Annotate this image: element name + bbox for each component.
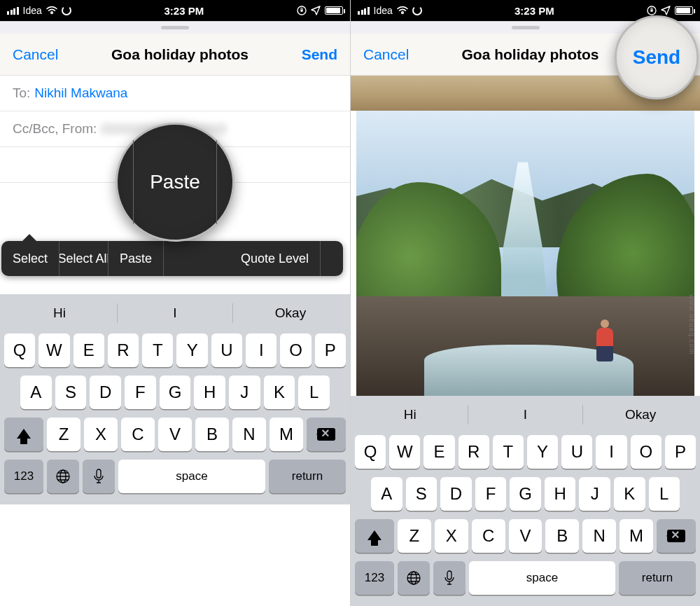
key-g[interactable]: G [510,477,541,511]
key-e[interactable]: E [424,435,454,469]
key-n[interactable]: N [582,519,616,553]
key-j[interactable]: J [229,376,260,409]
key-o[interactable]: O [280,333,311,367]
watermark: www.deuaq.com [688,294,696,354]
key-v[interactable]: V [158,418,192,451]
globe-icon [55,469,71,484]
key-return[interactable]: return [619,561,696,595]
key-s[interactable]: S [55,376,87,409]
key-h[interactable]: H [194,376,225,409]
key-i[interactable]: I [246,333,276,367]
suggestion-2[interactable]: I [468,407,583,422]
key-numbers[interactable]: 123 [4,460,43,493]
menu-more-arrow[interactable] [321,241,343,276]
key-m[interactable]: M [620,519,653,553]
key-q[interactable]: Q [4,333,35,367]
key-n[interactable]: N [232,418,266,451]
key-y[interactable]: Y [176,333,207,367]
globe-icon [406,570,421,586]
key-h[interactable]: H [545,477,576,511]
keyboard-suggestions: Hi I Okay [353,399,698,431]
key-space[interactable]: space [118,460,265,493]
wifi-icon [46,6,57,15]
key-numbers[interactable]: 123 [355,561,394,595]
key-o[interactable]: O [631,435,662,469]
key-j[interactable]: J [579,477,610,511]
svg-rect-4 [97,469,101,478]
keyboard-suggestions: Hi I Okay [2,297,348,329]
key-m[interactable]: M [270,418,303,451]
key-z[interactable]: Z [47,418,80,451]
key-d[interactable]: D [90,376,121,409]
cancel-button[interactable]: Cancel [363,46,409,63]
key-v[interactable]: V [509,519,542,553]
phone-right: Idea 3:23 PM Cancel Goa holiday photos S… [350,0,700,606]
key-a[interactable]: A [20,376,52,409]
location-icon [661,6,671,15]
key-r[interactable]: R [108,333,139,367]
key-mic[interactable] [433,561,465,595]
key-mic[interactable] [83,460,115,493]
key-backspace[interactable] [657,519,696,553]
key-g[interactable]: G [160,376,191,409]
key-l[interactable]: L [298,376,330,409]
suggestion-1[interactable]: Hi [353,407,468,422]
key-u[interactable]: U [211,333,242,367]
key-f[interactable]: F [125,376,156,409]
to-field-row[interactable]: To: Nikhil Makwana [0,76,350,111]
mail-body-with-photos[interactable] [351,76,700,396]
key-k[interactable]: K [614,477,645,511]
key-p[interactable]: P [315,333,346,367]
key-r[interactable]: R [458,435,489,469]
key-space[interactable]: space [469,561,615,595]
suggestion-3[interactable]: Okay [233,305,348,321]
key-backspace[interactable] [307,418,346,451]
key-p[interactable]: P [665,435,696,469]
key-t[interactable]: T [142,333,173,367]
key-y[interactable]: Y [527,435,558,469]
key-t[interactable]: T [493,435,524,469]
key-row-3: Z X C V B N M [2,418,348,451]
to-recipient[interactable]: Nikhil Makwana [34,85,127,101]
key-globe[interactable] [47,460,79,493]
menu-select[interactable]: Select [1,241,59,276]
key-x[interactable]: X [435,519,468,553]
key-c[interactable]: C [121,418,155,451]
key-shift[interactable] [4,418,43,451]
key-i[interactable]: I [596,435,626,469]
key-a[interactable]: A [371,477,402,511]
key-b[interactable]: B [195,418,229,451]
key-return[interactable]: return [269,460,346,493]
sheet-grabber[interactable] [0,21,350,34]
key-c[interactable]: C [472,519,505,553]
key-k[interactable]: K [264,376,295,409]
key-b[interactable]: B [545,519,579,553]
suggestion-1[interactable]: Hi [2,305,117,321]
key-w[interactable]: W [389,435,420,469]
key-e[interactable]: E [74,333,104,367]
menu-paste[interactable]: Paste [108,241,164,276]
key-f[interactable]: F [475,477,507,511]
mail-subject-title: Goa holiday photos [462,46,599,63]
key-q[interactable]: Q [355,435,386,469]
signal-icon [7,7,19,15]
key-d[interactable]: D [440,477,472,511]
key-globe[interactable] [398,561,430,595]
paste-highlight-label: Paste [150,171,200,193]
key-s[interactable]: S [406,477,438,511]
key-shift[interactable] [355,519,394,553]
mic-icon [93,469,104,484]
key-l[interactable]: L [649,477,680,511]
send-highlight-label: Send [633,46,680,69]
menu-select-all[interactable]: Select All [59,241,108,276]
send-button[interactable]: Send [302,46,337,63]
suggestion-2[interactable]: I [118,305,232,321]
mic-icon [444,570,455,586]
key-w[interactable]: W [38,333,69,367]
key-z[interactable]: Z [398,519,431,553]
suggestion-3[interactable]: Okay [583,407,698,422]
cancel-button[interactable]: Cancel [13,46,58,63]
menu-quote-level[interactable]: Quote Level [164,241,321,276]
key-u[interactable]: U [561,435,592,469]
key-x[interactable]: X [84,418,118,451]
